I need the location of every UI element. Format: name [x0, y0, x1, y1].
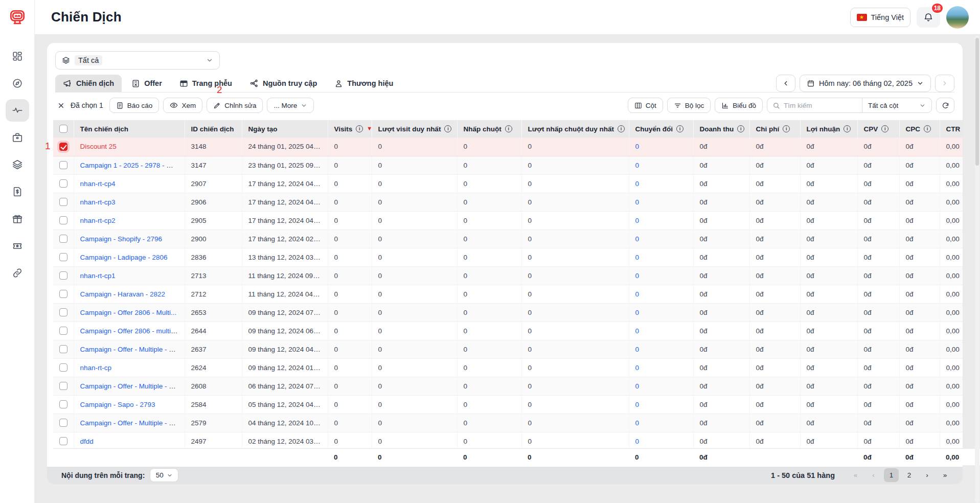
- campaign-name-link[interactable]: Campaign - Ladipage - 2806: [80, 254, 168, 261]
- campaign-name-link[interactable]: dfdd: [80, 438, 94, 445]
- column-header-nhấp-chuột[interactable]: Nhấp chuộti: [457, 120, 521, 138]
- campaign-name-link[interactable]: Campaign 1 - 2025 - 2978 - DMR: [80, 162, 183, 169]
- conversions-link[interactable]: 0: [635, 217, 640, 224]
- column-header-cpv[interactable]: CPVi: [857, 120, 899, 138]
- edit-button[interactable]: Chỉnh sửa: [207, 98, 263, 113]
- campaign-name-link[interactable]: Campaign - Haravan - 2822: [80, 290, 166, 298]
- column-header-doanh-thu[interactable]: Doanh thui: [693, 120, 749, 138]
- campaign-name-link[interactable]: Campaign - Sapo - 2793: [80, 401, 155, 408]
- sidebar-item-gift[interactable]: [6, 208, 29, 230]
- date-prev-button[interactable]: [776, 75, 795, 92]
- info-icon[interactable]: i: [505, 125, 512, 132]
- campaign-name-link[interactable]: nhan-rt-cp1: [80, 272, 116, 280]
- date-range-button[interactable]: Hôm nay: 06 tháng 02, 2025: [800, 75, 931, 92]
- report-button[interactable]: Báo cáo: [109, 98, 159, 113]
- column-scope-select[interactable]: Tất cả cột: [862, 102, 931, 109]
- prev-page-button[interactable]: ‹: [866, 468, 881, 482]
- conversions-link[interactable]: 0: [635, 254, 640, 261]
- info-icon[interactable]: i: [676, 125, 683, 132]
- column-header-lợi-nhuận[interactable]: Lợi nhuậni: [800, 120, 857, 138]
- campaign-name-link[interactable]: Discount 25: [80, 143, 117, 150]
- user-avatar[interactable]: [946, 6, 969, 29]
- row-checkbox[interactable]: [59, 308, 67, 316]
- info-icon[interactable]: i: [618, 125, 625, 132]
- per-page-select[interactable]: 50: [150, 468, 178, 482]
- last-page-button[interactable]: »: [938, 468, 952, 482]
- conversions-link[interactable]: 0: [635, 143, 640, 150]
- sidebar-item-compass[interactable]: [6, 72, 29, 95]
- campaign-name-link[interactable]: Campaign - Offer - Multiple - 2...: [80, 382, 179, 390]
- tab-trang-phễu[interactable]: Trang phễu: [172, 75, 240, 92]
- campaign-name-link[interactable]: nhan-rt-cp2: [80, 217, 116, 224]
- tab-offer[interactable]: Offer: [124, 75, 170, 92]
- sidebar-item-dashboard[interactable]: [6, 45, 29, 67]
- campaign-name-link[interactable]: nhan-rt-cp4: [80, 180, 116, 188]
- conversions-link[interactable]: 0: [635, 180, 640, 188]
- row-checkbox[interactable]: [59, 271, 67, 280]
- campaign-name-link[interactable]: Campaign - Offer 2806 - Multi...: [80, 309, 177, 316]
- row-checkbox[interactable]: [59, 419, 67, 427]
- tab-nguồn-truy-cập[interactable]: Nguồn truy cập: [242, 75, 325, 92]
- row-checkbox[interactable]: [59, 290, 67, 298]
- columns-button[interactable]: Cột: [628, 98, 663, 113]
- column-header-lượt-visit-duy-nhất[interactable]: Lượt visit duy nhấti: [372, 120, 457, 138]
- conversions-link[interactable]: 0: [635, 419, 640, 427]
- info-icon[interactable]: i: [444, 125, 451, 132]
- info-icon[interactable]: i: [844, 125, 851, 132]
- campaign-name-link[interactable]: nhan-rt-cp: [80, 364, 112, 372]
- row-checkbox[interactable]: [59, 161, 67, 169]
- tab-chiến-dịch[interactable]: Chiến dịch: [55, 75, 122, 92]
- refresh-button[interactable]: [936, 98, 954, 113]
- row-checkbox[interactable]: [59, 363, 67, 372]
- sidebar-item-invoice[interactable]: [6, 180, 29, 203]
- tab-thương-hiệu[interactable]: Thương hiệu: [327, 75, 401, 92]
- sidebar-item-briefcase[interactable]: [6, 126, 29, 149]
- column-header-ngày-tạo[interactable]: Ngày tạo: [242, 120, 328, 138]
- campaign-name-link[interactable]: Campaign - Offer - Multiple - 1...: [80, 419, 179, 427]
- conversions-link[interactable]: 0: [635, 346, 640, 353]
- column-header-lượt-nhấp-chuột-duy-nhất[interactable]: Lượt nhấp chuột duy nhấti: [521, 120, 629, 138]
- scrollbar-thumb[interactable]: [975, 38, 979, 166]
- row-checkbox[interactable]: [59, 235, 67, 243]
- first-page-button[interactable]: «: [848, 468, 863, 482]
- clear-selection-button[interactable]: [55, 100, 66, 111]
- info-icon[interactable]: i: [737, 125, 744, 132]
- campaign-name-link[interactable]: Campaign - Offer - Multiple - 2...: [80, 346, 179, 353]
- info-icon[interactable]: i: [881, 125, 888, 132]
- campaign-name-link[interactable]: Campaign - Offer 2806 - multip...: [80, 327, 180, 335]
- column-header-visits[interactable]: Visitsi▼: [328, 120, 372, 138]
- info-icon[interactable]: i: [356, 125, 363, 132]
- conversions-link[interactable]: 0: [635, 327, 640, 335]
- campaign-name-link[interactable]: nhan-rt-cp3: [80, 198, 116, 206]
- conversions-link[interactable]: 0: [635, 364, 640, 372]
- row-checkbox[interactable]: [59, 437, 67, 445]
- view-button[interactable]: Xem: [163, 98, 202, 113]
- page-scrollbar[interactable]: [975, 36, 979, 503]
- row-checkbox[interactable]: [59, 143, 67, 151]
- conversions-link[interactable]: 0: [635, 401, 640, 408]
- row-checkbox[interactable]: [59, 382, 67, 390]
- date-next-button[interactable]: [935, 75, 954, 92]
- row-checkbox[interactable]: [59, 216, 67, 224]
- notifications-button[interactable]: 18: [917, 7, 940, 28]
- sidebar-item-ticket[interactable]: [6, 235, 29, 257]
- filter-button[interactable]: Bộ lọc: [667, 98, 711, 113]
- campaign-name-link[interactable]: Campaign - Shopify - 2796: [80, 235, 163, 243]
- conversions-link[interactable]: 0: [635, 382, 640, 390]
- column-header-chuyển-đổi[interactable]: Chuyển đổii: [629, 120, 693, 138]
- column-header-tên-chiến-dịch[interactable]: Tên chiến dịch: [74, 120, 185, 138]
- chart-button[interactable]: Biểu đồ: [715, 98, 763, 113]
- search-input[interactable]: [784, 102, 850, 109]
- conversions-link[interactable]: 0: [635, 290, 640, 298]
- conversions-link[interactable]: 0: [635, 235, 640, 243]
- conversions-link[interactable]: 0: [635, 272, 640, 280]
- row-checkbox[interactable]: [59, 327, 67, 335]
- page-button-1[interactable]: 1: [884, 468, 899, 482]
- row-checkbox[interactable]: [59, 400, 67, 408]
- column-header-cpc[interactable]: CPCi: [899, 120, 940, 138]
- sidebar-item-campaign-activity[interactable]: [6, 99, 29, 122]
- row-checkbox[interactable]: [59, 198, 67, 206]
- column-header-chi-phí[interactable]: Chi phíi: [749, 120, 800, 138]
- select-all-checkbox[interactable]: [59, 125, 67, 133]
- app-logo-robot-icon[interactable]: [7, 7, 28, 28]
